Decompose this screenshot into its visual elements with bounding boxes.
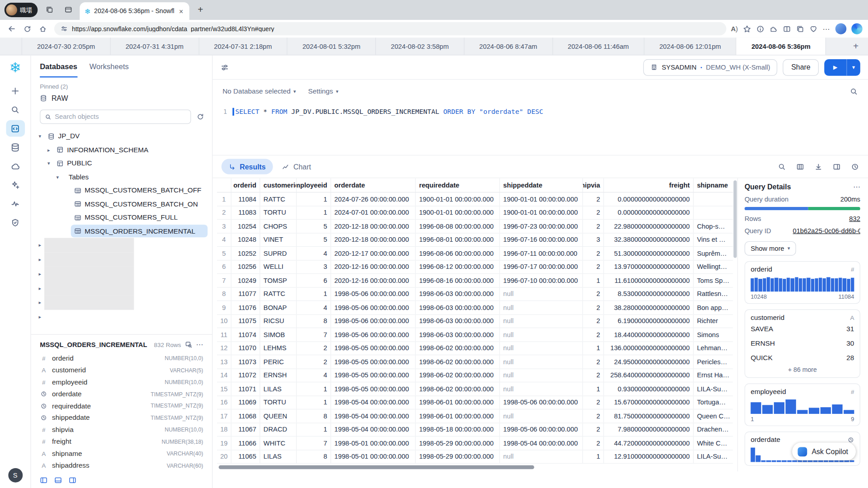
- histogram-bar[interactable]: [766, 460, 771, 462]
- cell[interactable]: 4: [297, 247, 331, 260]
- cell[interactable]: 1998-06-03 00:00:00.000: [416, 287, 500, 300]
- cell[interactable]: 1998-06-01 00:00:00.000: [416, 409, 500, 422]
- chevron-down-icon[interactable]: ▾: [44, 160, 53, 166]
- cell[interactable]: 5: [297, 220, 331, 233]
- worksheet-tab[interactable]: 2024-07-31 4:31pm: [111, 38, 199, 55]
- tab-worksheets[interactable]: Worksheets: [90, 62, 129, 77]
- worksheet-tab[interactable]: 2024-08-02 3:58pm: [376, 38, 464, 55]
- cell[interactable]: 32.380000000000000000: [604, 233, 693, 246]
- histogram-bar[interactable]: [793, 460, 797, 462]
- cell[interactable]: 11.610000000000000000: [604, 274, 693, 287]
- cell[interactable]: RATTC: [260, 192, 297, 206]
- cell[interactable]: 2: [583, 314, 604, 328]
- column-header-shipvia[interactable]: shipvia: [583, 178, 604, 192]
- histogram-bar[interactable]: [750, 448, 755, 462]
- table-row[interactable]: 1611069TORTU11998-05-04 00:00:00.0001998…: [217, 396, 733, 409]
- cell[interactable]: 1: [297, 192, 331, 206]
- cell[interactable]: 11073: [231, 355, 260, 368]
- histogram-bar[interactable]: [843, 278, 846, 291]
- cell[interactable]: 2024-07-26 00:00:00.000: [331, 192, 415, 206]
- show-more-button[interactable]: Show more ▾: [745, 241, 796, 256]
- cell[interactable]: [693, 192, 733, 206]
- tree-item-mssql_orders_incremental[interactable]: MSSQL_ORDERS_INCREMENTAL: [71, 225, 208, 237]
- cell[interactable]: Queen C…: [693, 409, 733, 422]
- cell[interactable]: ERNSH: [260, 369, 297, 382]
- table-row[interactable]: 1511071LILAS11998-05-05 00:00:00.0001998…: [217, 382, 733, 396]
- column-row[interactable]: #orderidNUMBER(10,0): [40, 352, 203, 364]
- cell[interactable]: 2020-12-16 00:00:00.000: [331, 260, 415, 273]
- cell[interactable]: Wellingt…: [693, 260, 733, 273]
- cell[interactable]: null: [500, 355, 583, 368]
- histogram-bar[interactable]: [761, 460, 765, 462]
- table-row[interactable]: 2011065LILAS81998-05-01 00:00:00.0001998…: [217, 450, 733, 464]
- cell[interactable]: 10256: [231, 260, 260, 273]
- cell[interactable]: 10252: [231, 247, 260, 260]
- worksheet-tab[interactable]: 2024-08-06 11:46am: [553, 38, 645, 55]
- collapsed-tree-row[interactable]: ▸: [35, 267, 208, 281]
- share-button[interactable]: Share: [783, 59, 819, 75]
- cell[interactable]: 1: [583, 274, 604, 287]
- vertical-scrollbar[interactable]: [733, 178, 737, 471]
- more-values-label[interactable]: + 86 more: [750, 366, 854, 374]
- column-header-rownum[interactable]: [217, 178, 231, 192]
- cell[interactable]: 1998-05-04 00:00:00.000: [500, 436, 583, 450]
- cell[interactable]: 1998-05-05 00:00:00.000: [331, 355, 415, 368]
- histogram-bar[interactable]: [771, 278, 774, 291]
- column-header-requireddate[interactable]: requireddate: [416, 178, 500, 192]
- run-options-icon[interactable]: ▾: [847, 59, 860, 75]
- cell[interactable]: 15.670000000000000000: [604, 396, 693, 409]
- column-row[interactable]: #freightNUMBER(38,18): [40, 436, 203, 447]
- cell[interactable]: TOMSP: [260, 274, 297, 287]
- cell[interactable]: 258.640000000000000000: [604, 369, 693, 382]
- top-value-row[interactable]: SAVEA31: [750, 322, 854, 337]
- cell[interactable]: 2: [297, 355, 331, 368]
- cell[interactable]: SIMOB: [260, 328, 297, 341]
- worksheet-tab[interactable]: 2024-08-06 12:01pm: [644, 38, 736, 55]
- table-row[interactable]: 1911066WHITC71998-05-01 00:00:00.0001998…: [217, 436, 733, 450]
- histogram-bar[interactable]: [791, 278, 794, 291]
- user-avatar[interactable]: S: [8, 468, 23, 483]
- cell[interactable]: 1996-08-08 00:00:00.000: [416, 220, 500, 233]
- chevron-right-icon[interactable]: ▸: [35, 271, 44, 277]
- worksheet-tab-partial[interactable]: [0, 38, 22, 55]
- cell[interactable]: 24.950000000000000000: [604, 355, 693, 368]
- cell[interactable]: 1998-05-18 00:00:00.000: [416, 423, 500, 436]
- worksheet-tab[interactable]: 2024-08-06 5:36pm: [736, 38, 826, 55]
- edge-copilot-icon[interactable]: [851, 23, 862, 34]
- cell[interactable]: 10248: [231, 233, 260, 246]
- cell[interactable]: TORTU: [260, 206, 297, 219]
- cell[interactable]: Ernst Ha…: [693, 369, 733, 382]
- cell[interactable]: 8: [297, 450, 331, 463]
- cell[interactable]: 11067: [231, 423, 260, 436]
- histogram-bar[interactable]: [818, 460, 823, 462]
- tree-item-mssql_customers_batch_on[interactable]: MSSQL_CUSTOMERS_BATCH_ON: [71, 197, 208, 210]
- cell[interactable]: 1: [297, 206, 331, 219]
- cell[interactable]: null: [500, 314, 583, 328]
- histogram-bar[interactable]: [767, 277, 770, 291]
- column-header-shipname[interactable]: shipname: [693, 178, 733, 192]
- cell[interactable]: 7.980000000000000000: [604, 423, 693, 436]
- table-row[interactable]: 1211070LEHMS21998-05-05 00:00:00.0001998…: [217, 342, 733, 355]
- cell[interactable]: 1996-07-16 00:00:00.000: [500, 233, 583, 246]
- databases-icon[interactable]: [6, 139, 25, 155]
- cell[interactable]: LILAS: [260, 382, 297, 395]
- workspaces-icon[interactable]: [42, 2, 57, 17]
- new-worksheet-tab-button[interactable]: +: [844, 38, 868, 55]
- marketplace-icon[interactable]: [6, 158, 25, 174]
- cell[interactable]: null: [500, 369, 583, 382]
- url-field-container[interactable]: [54, 22, 726, 35]
- table-row[interactable]: 1011075RICSU81998-05-06 00:00:00.0001998…: [217, 314, 733, 328]
- column-row[interactable]: orderdateTIMESTAMP_NTZ(9): [40, 388, 203, 400]
- cell[interactable]: 1: [583, 342, 604, 355]
- cell[interactable]: 0.000000000000000000: [604, 206, 693, 219]
- tree-item-tables[interactable]: Tables: [62, 170, 208, 183]
- home-icon[interactable]: [35, 22, 50, 36]
- collapsed-tree-row[interactable]: ▸: [35, 296, 208, 310]
- cell[interactable]: 5: [297, 233, 331, 246]
- tree-item-mssql_customers_full[interactable]: MSSQL_CUSTOMERS_FULL: [71, 211, 208, 224]
- table-row[interactable]: 510252SUPRD42020-12-17 00:00:00.0001996-…: [217, 247, 733, 260]
- cell[interactable]: 2: [583, 409, 604, 422]
- cell[interactable]: 1900-01-01 00:00:00.000: [500, 206, 583, 219]
- cell[interactable]: 4: [297, 301, 331, 314]
- cell[interactable]: 11084: [231, 192, 260, 206]
